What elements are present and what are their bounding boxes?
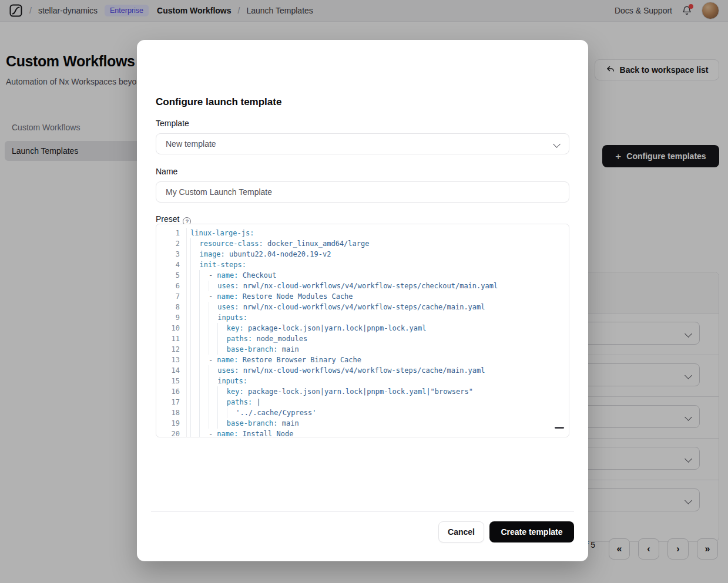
name-field-wrap: [156, 181, 569, 203]
create-template-button[interactable]: Create template: [489, 521, 574, 542]
footer-divider: [151, 511, 574, 512]
editor-gutter: 1234567891011121314151617181920: [156, 228, 187, 437]
template-select[interactable]: New template: [156, 133, 569, 154]
yaml-code-editor[interactable]: 1234567891011121314151617181920 linux-la…: [156, 224, 569, 437]
editor-code[interactable]: linux-large-js: resource-class: docker_l…: [187, 228, 569, 437]
template-label: Template: [156, 119, 189, 128]
name-input[interactable]: [166, 182, 559, 202]
editor-resize-handle[interactable]: [555, 427, 564, 429]
template-select-value: New template: [166, 139, 216, 149]
modal-title: Configure launch template: [156, 96, 281, 108]
cancel-button[interactable]: Cancel: [438, 521, 484, 542]
configure-launch-template-modal: Configure launch template Template New t…: [137, 40, 588, 561]
chevron-down-icon: [553, 140, 561, 148]
name-label: Name: [156, 167, 177, 176]
